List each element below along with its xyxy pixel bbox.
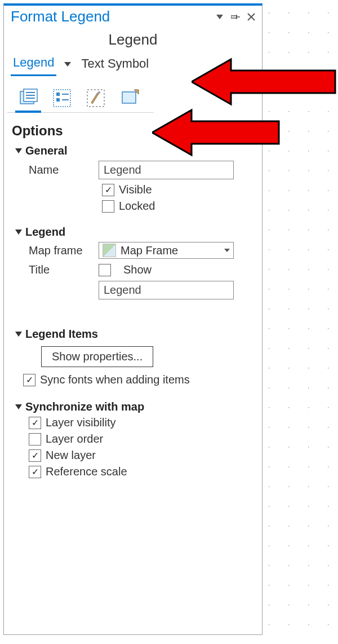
button-show-properties[interactable]: Show properties... [41,346,153,367]
label-new-layer: New layer [46,449,96,462]
legend-arrangement-icon[interactable] [48,84,76,112]
group-general-label: General [25,144,67,157]
label-layer-order: Layer order [46,433,103,445]
row-visible: ✓ Visible [4,182,262,198]
row-sync-fonts: ✓ Sync fonts when adding items [4,372,262,388]
label-locked: Locked [119,200,155,213]
map-swatch-icon [103,244,116,257]
checkbox-sync-fonts[interactable]: ✓ [23,374,35,386]
panel-subtitle: Legend [4,27,262,52]
svg-marker-20 [192,59,335,104]
svg-rect-1 [231,16,237,18]
svg-rect-17 [122,92,136,103]
select-map-frame[interactable]: Map Frame [99,242,234,259]
chevron-down-icon [15,404,22,409]
chevron-down-icon [15,230,22,235]
label-map-frame: Map frame [29,244,91,257]
input-title[interactable] [99,281,234,299]
placement-icon[interactable] [115,84,144,112]
row-name: Name [4,158,262,182]
checkbox-locked[interactable] [102,200,114,213]
svg-rect-12 [56,92,60,96]
input-name[interactable] [99,161,234,179]
tab-dropdown-icon[interactable] [64,62,71,67]
panel-title: Format Legend [11,8,110,25]
group-legend-items-label: Legend Items [25,328,98,341]
tab-text-symbol[interactable]: Text Symbol [79,53,151,76]
tab-legend[interactable]: Legend [11,52,56,76]
chevron-down-icon [15,332,22,337]
label-sync-fonts: Sync fonts when adding items [40,373,190,386]
checkbox-new-layer[interactable]: ✓ [29,449,41,462]
svg-rect-11 [54,90,70,107]
row-new-layer: ✓ New layer [4,447,262,464]
group-legend-label: Legend [25,226,65,239]
svg-rect-14 [56,98,60,102]
chevron-down-icon [15,148,22,153]
annotation-arrow-bottom [152,107,282,158]
select-map-frame-value: Map Frame [121,244,178,257]
close-icon[interactable] [245,11,257,23]
checkbox-visible[interactable]: ✓ [102,184,114,196]
checkbox-reference-scale[interactable]: ✓ [29,466,41,478]
svg-marker-0 [216,15,223,19]
label-name: Name [29,164,91,177]
chevron-down-icon [224,249,230,252]
label-layer-visibility: Layer visibility [46,416,115,429]
pin-icon[interactable] [229,11,242,23]
menu-caret-icon[interactable] [214,11,226,23]
svg-marker-21 [152,110,279,155]
row-layer-visibility: ✓ Layer visibility [4,414,262,431]
icon-toolbar [7,76,154,113]
checkbox-layer-visibility[interactable]: ✓ [29,417,41,429]
label-title: Title [29,263,91,276]
checkbox-layer-order[interactable] [29,433,41,445]
legend-options-icon[interactable] [14,84,42,112]
row-locked: Locked [4,198,262,214]
annotation-arrow-top [192,56,338,107]
display-icon[interactable] [82,84,110,112]
row-reference-scale: ✓ Reference scale [4,464,262,480]
label-reference-scale: Reference scale [46,465,127,478]
row-layer-order: Layer order [4,431,262,447]
checkbox-show-title[interactable] [99,264,111,276]
group-sync-map[interactable]: Synchronize with map [4,397,262,414]
group-legend-items[interactable]: Legend Items [4,324,262,342]
label-visible: Visible [119,183,152,196]
group-sync-map-label: Synchronize with map [25,400,144,413]
row-map-frame: Map frame Map Frame [4,240,262,261]
panel-titlebar: Format Legend [4,6,262,27]
group-legend[interactable]: Legend [4,222,262,240]
row-title-value [4,279,262,302]
row-title: Title Show [4,261,262,279]
label-show: Show [123,263,152,276]
